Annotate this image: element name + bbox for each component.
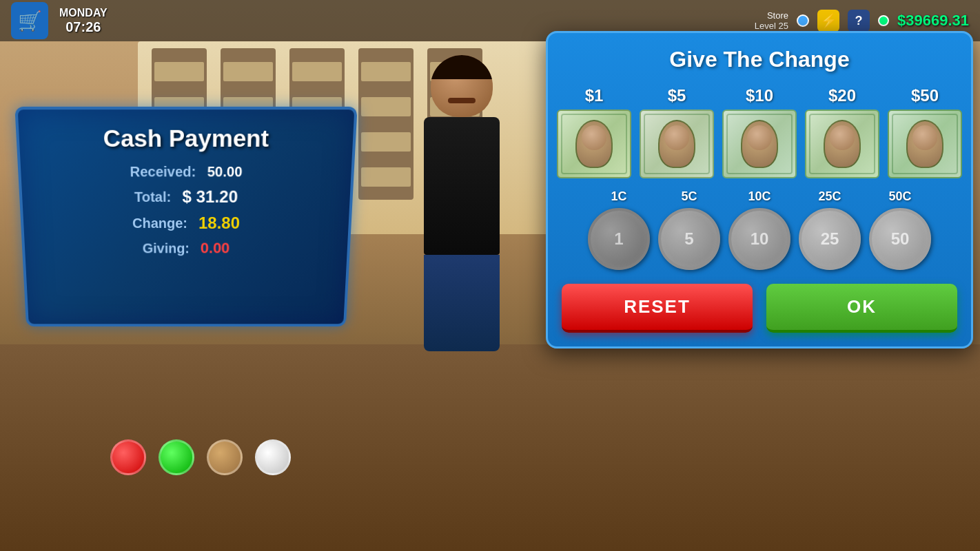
action-buttons: RESET OK: [562, 284, 957, 333]
coin-50c-img: 50: [869, 208, 931, 270]
received-label: Received:: [130, 164, 196, 180]
bill-5-label: $5: [668, 86, 686, 105]
coin-5c-button[interactable]: 5C 5: [658, 189, 720, 270]
bill-50-button[interactable]: $50: [888, 86, 962, 178]
coin-25c-label: 25C: [818, 189, 841, 204]
hud-right: Store Level 25 ⚡ ? $39669.31: [755, 10, 969, 32]
cart-icon-box[interactable]: 🛒: [11, 2, 48, 39]
bill-20-button[interactable]: $20: [805, 86, 879, 178]
coin-25c-button[interactable]: 25C 25: [799, 189, 861, 270]
store-level: Level 25: [755, 21, 788, 31]
tan-button[interactable]: [207, 439, 243, 475]
white-button[interactable]: [255, 439, 291, 475]
change-value: 18.80: [198, 214, 240, 233]
bill-50-img: [888, 110, 962, 178]
coins-section: 1C 1 5C 5 10C 10 25C 25 50C 50: [562, 189, 957, 270]
bill-1-label: $1: [585, 86, 604, 105]
coin-1c-button[interactable]: 1C 1: [588, 189, 650, 270]
green-dot-icon: [878, 15, 889, 26]
coin-5c-label: 5C: [681, 189, 697, 204]
day-time-box: MONDAY 07:26: [59, 7, 108, 35]
blue-dot-icon: [797, 14, 809, 27]
bill-1-button[interactable]: $1: [557, 86, 631, 178]
ok-button[interactable]: OK: [766, 284, 957, 333]
total-label: Total:: [134, 189, 172, 205]
coin-25c-img: 25: [799, 208, 861, 270]
change-panel: Give The Change $1 $5 $10 $20: [546, 31, 973, 349]
cart-icon: 🛒: [18, 10, 42, 32]
bill-20-img: [805, 110, 879, 178]
panel-title: Give The Change: [562, 47, 957, 72]
bill-20-label: $20: [828, 86, 856, 105]
bill-10-img: [722, 110, 797, 178]
received-value: 50.00: [207, 164, 243, 180]
question-icon[interactable]: ?: [848, 10, 870, 32]
cash-register-screen: Cash Payment Received: 50.00 Total: $ 31…: [14, 107, 357, 326]
day-label: MONDAY: [59, 7, 108, 19]
coin-1c-img: 1: [588, 208, 650, 270]
register-title: Cash Payment: [40, 124, 333, 152]
bill-10-button[interactable]: $10: [722, 86, 797, 178]
bill-5-button[interactable]: $5: [640, 86, 714, 178]
bill-1-img: [557, 110, 631, 178]
green-button[interactable]: [159, 439, 194, 475]
bill-50-label: $50: [911, 86, 939, 105]
red-button[interactable]: [110, 439, 146, 475]
reset-button[interactable]: RESET: [562, 284, 753, 333]
coin-50c-button[interactable]: 50C 50: [869, 189, 931, 270]
coin-10c-label: 10C: [748, 189, 770, 204]
coin-5c-img: 5: [658, 208, 720, 270]
coin-1c-label: 1C: [611, 189, 626, 204]
character: [386, 55, 538, 399]
bills-section: $1 $5 $10 $20: [562, 86, 957, 178]
coin-10c-img: 10: [728, 208, 790, 270]
coin-10c-button[interactable]: 10C 10: [728, 189, 790, 270]
giving-value: 0.00: [201, 240, 230, 257]
time-label: 07:26: [65, 19, 101, 35]
store-label: Store: [767, 10, 788, 21]
bill-10-label: $10: [746, 86, 773, 105]
bill-5-img: [640, 110, 714, 178]
hud-left: 🛒 MONDAY 07:26: [11, 2, 108, 39]
lightning-icon[interactable]: ⚡: [817, 10, 839, 32]
total-value: $ 31.20: [182, 187, 238, 207]
register-buttons: [110, 439, 291, 475]
change-label: Change:: [132, 216, 187, 231]
coin-50c-label: 50C: [888, 189, 911, 204]
money-display: $39669.31: [897, 12, 969, 30]
giving-label: Giving:: [143, 240, 190, 256]
store-info: Store Level 25: [755, 10, 788, 31]
